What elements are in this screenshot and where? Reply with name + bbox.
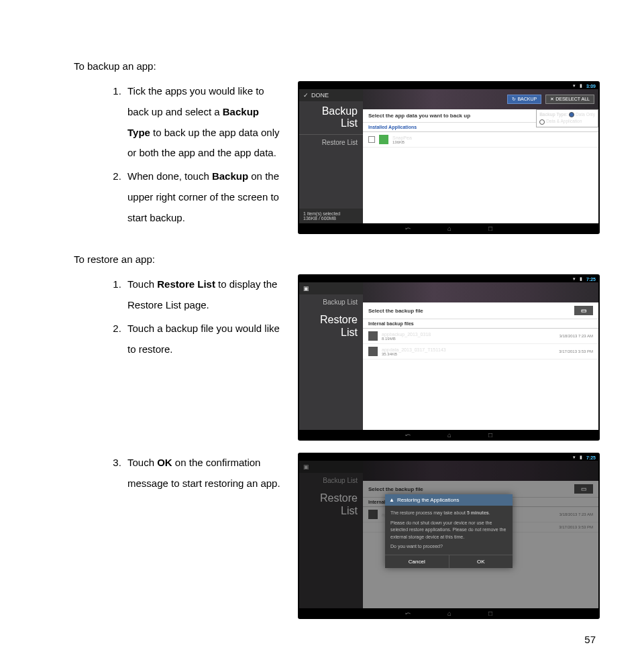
top-strip: ↻ BACKUP ✕ DESELECT ALL <box>363 89 598 109</box>
deselect-all-button[interactable]: ✕ DESELECT ALL <box>545 95 594 104</box>
dialog-body: The restore process may take about 5 min… <box>385 506 513 555</box>
page-number: 57 <box>584 634 596 645</box>
app-list-item[interactable]: SnapPea 136KB <box>363 132 598 148</box>
radio-label: Data & Application <box>546 119 582 123</box>
file-icon <box>368 331 378 341</box>
folder-button[interactable]: ▭ <box>574 306 593 315</box>
sidebar-tab-backup-list[interactable]: Backup List <box>299 294 363 310</box>
check-icon: ✓ <box>303 92 309 99</box>
battery-icon: ▮ <box>580 455 582 460</box>
battery-icon: ▮ <box>580 83 582 89</box>
radio-data-app[interactable] <box>539 119 545 125</box>
step-text: When done, touch <box>127 170 212 182</box>
status-bar: ▾ ▮ 7:25 <box>299 454 598 461</box>
dialog-text: Do you want to proceed? <box>390 543 507 551</box>
nav-recent-icon[interactable]: □ <box>488 225 492 232</box>
screenshot-restore-list: ▾ ▮ 7:25 ▣ Backup List Restore List <box>298 274 600 441</box>
close-icon: ✕ <box>550 97 554 101</box>
status-bar: ▾ ▮ 7:25 <box>299 276 598 282</box>
dialog-bold: 5 minutes <box>467 510 489 515</box>
backup-file-list: appbackup_2013_0318 8.19MB 3/18/2013 7:2… <box>363 329 598 430</box>
wifi-icon: ▾ <box>573 83 576 89</box>
nav-bar: ⤺ ⌂ □ <box>299 608 598 618</box>
step-text: Touch <box>127 278 157 290</box>
sidebar-tab-restore-list[interactable]: Restore List <box>299 134 363 150</box>
type-label: Backup Type: <box>539 112 568 117</box>
file-date: 3/17/2013 3:53 PM <box>559 349 593 353</box>
battery-icon: ▮ <box>580 276 582 282</box>
screenshot-backup-list: ▾ ▮ 3:09 ✓ DONE Backup List Res <box>298 81 600 234</box>
done-label: DONE <box>311 92 329 99</box>
nav-back-icon[interactable]: ⤺ <box>405 610 411 617</box>
done-button[interactable]: ✓ DONE <box>299 89 363 101</box>
sidebar-label: List <box>305 117 358 129</box>
radio-label: Data Only <box>576 112 595 117</box>
dialog-text: Please do not shut down your device nor … <box>390 520 507 541</box>
file-size: 35.34KB <box>382 352 446 356</box>
restore-step-3: Touch OK on the confirmation message to … <box>124 453 282 494</box>
dialog-scrim: ▲ Restoring the Applications The restore… <box>299 461 598 608</box>
nav-recent-icon[interactable]: □ <box>488 431 492 439</box>
file-size: 8.19MB <box>382 337 431 341</box>
app-icon <box>379 135 388 144</box>
backup-file-item[interactable]: appdata_2013_0317_T151143 35.34KB 3/17/2… <box>363 344 598 359</box>
selection-count: 1 item(s) selected <box>303 211 359 216</box>
box-icon: ▣ <box>303 285 309 292</box>
file-icon <box>368 347 378 356</box>
app-size: 136KB <box>392 140 412 144</box>
file-date: 3/18/2013 7:23 AM <box>559 334 593 338</box>
nav-home-icon[interactable]: ⌂ <box>447 610 451 617</box>
top-strip <box>363 282 598 302</box>
content-header: Select the backup file ▭ <box>363 302 598 319</box>
nav-recent-icon[interactable]: □ <box>488 610 492 617</box>
file-name: appbackup_2013_0318 <box>382 332 431 337</box>
nav-bar: ⤺ ⌂ □ <box>299 430 598 439</box>
button-label: DESELECT ALL <box>555 97 590 101</box>
nav-home-icon[interactable]: ⌂ <box>447 225 451 232</box>
sidebar: ✓ DONE Backup List Restore List 1 item(s… <box>299 89 363 223</box>
list-subheader: Internal backup files <box>363 319 598 329</box>
nav-back-icon[interactable]: ⤺ <box>405 225 411 232</box>
radio-data-only[interactable] <box>569 112 574 117</box>
clock: 7:25 <box>586 277 596 282</box>
dialog-text: . <box>489 510 490 515</box>
restore-intro: To restore an app: <box>74 254 600 265</box>
sidebar-label: Restore <box>305 314 358 326</box>
step-text: Touch <box>127 457 157 468</box>
file-name: appdata_2013_0317_T151143 <box>382 347 446 352</box>
sidebar-label: List <box>305 327 358 339</box>
sidebar-tab-restore-list[interactable]: Restore List <box>299 310 363 343</box>
backup-step-2: When done, touch Backup on the upper rig… <box>124 166 282 228</box>
backup-step-1: Tick the apps you would like to back up … <box>124 81 282 164</box>
sync-icon: ↻ <box>512 97 516 101</box>
step-bold: OK <box>157 457 172 468</box>
dialog-footer: Cancel OK <box>385 555 513 568</box>
clock: 7:25 <box>586 455 596 460</box>
step-text: to back up the app data only or both the… <box>127 127 280 159</box>
storage-usage: 136KB / 600MB <box>303 216 359 221</box>
dialog-title: Restoring the Applications <box>397 497 460 503</box>
dialog-header: ▲ Restoring the Applications <box>385 494 513 506</box>
status-bar: ▾ ▮ 3:09 <box>299 82 598 89</box>
sidebar-tab-backup-list[interactable]: Backup List <box>299 101 363 134</box>
wifi-icon: ▾ <box>573 455 576 460</box>
backup-steps-list: Tick the apps you would like to back up … <box>74 81 282 228</box>
nav-back-icon[interactable]: ⤺ <box>405 431 411 439</box>
backup-button[interactable]: ↻ BACKUP <box>507 95 541 104</box>
dialog-text: The restore process may take about <box>390 510 467 515</box>
step-bold: Backup <box>212 170 248 182</box>
warning-icon: ▲ <box>389 497 394 503</box>
sidebar: ▣ Backup List Restore List <box>299 282 363 430</box>
ok-button[interactable]: OK <box>449 555 513 568</box>
app-list: SnapPea 136KB <box>363 132 598 223</box>
cancel-button[interactable]: Cancel <box>385 555 449 568</box>
restore-steps-list-2: Touch OK on the confirmation message to … <box>74 453 282 494</box>
backup-file-item[interactable]: appbackup_2013_0318 8.19MB 3/18/2013 7:2… <box>363 329 598 344</box>
restore-step-1: Touch Restore List to display the Restor… <box>124 274 282 316</box>
checkbox[interactable] <box>368 136 375 143</box>
sidebar-label: Backup <box>305 105 358 117</box>
step-text: Touch a backup file you would like to re… <box>127 323 280 355</box>
wifi-icon: ▾ <box>573 276 576 282</box>
app-header-icon: ▣ <box>299 282 363 294</box>
nav-home-icon[interactable]: ⌂ <box>447 431 451 439</box>
